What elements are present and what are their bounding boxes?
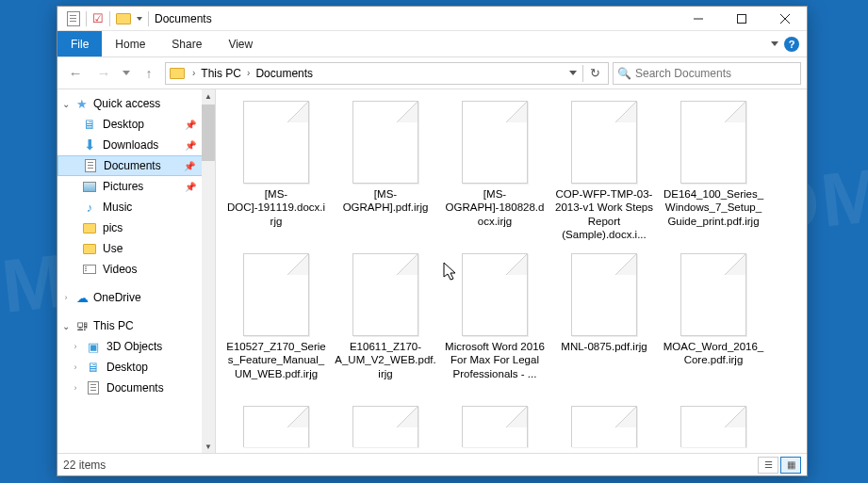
sidebar-item-label: pics bbox=[103, 221, 123, 234]
qat-properties-icon[interactable] bbox=[67, 11, 80, 26]
file-thumbnail bbox=[680, 406, 746, 447]
up-button[interactable]: ↑ bbox=[137, 61, 161, 86]
file-thumbnail bbox=[462, 406, 528, 447]
star-icon: ★ bbox=[74, 96, 90, 111]
sidebar-item-desktop[interactable]: 🖥 Desktop 📌 bbox=[57, 114, 215, 135]
sidebar-this-pc[interactable]: ⌄ 🖳 This PC bbox=[57, 315, 215, 336]
file-name: [MS-OGRAPH]-180828.docx.irjg bbox=[444, 187, 546, 228]
forward-button[interactable]: → bbox=[91, 61, 116, 86]
file-name: [MS-DOC]-191119.docx.irjg bbox=[225, 187, 327, 228]
folder-icon bbox=[82, 241, 97, 256]
file-item[interactable]: Microsoft Word 2016 For Max For Legal Pr… bbox=[442, 248, 548, 398]
sidebar-onedrive[interactable]: › ☁ OneDrive bbox=[57, 287, 215, 308]
sidebar-item-downloads[interactable]: ⬇ Downloads 📌 bbox=[57, 135, 215, 155]
scrollbar-thumb[interactable] bbox=[202, 105, 215, 161]
back-button[interactable]: ← bbox=[63, 61, 88, 86]
ribbon-collapse-icon[interactable] bbox=[771, 41, 778, 46]
pin-icon: 📌 bbox=[185, 182, 196, 192]
minimize-button[interactable] bbox=[677, 7, 720, 31]
status-bar: 22 items ☰ ▦ bbox=[57, 453, 807, 475]
file-item[interactable] bbox=[661, 400, 766, 447]
file-thumbnail bbox=[352, 406, 418, 447]
window-title: Documents bbox=[155, 12, 212, 25]
file-item[interactable] bbox=[551, 400, 657, 447]
file-name: [MS-OGRAPH].pdf.irjg bbox=[335, 187, 436, 215]
file-thumbnail bbox=[680, 101, 746, 184]
qat-separator bbox=[86, 11, 87, 26]
item-count: 22 items bbox=[63, 459, 106, 472]
file-item[interactable]: MOAC_Word_2016_Core.pdf.irjg bbox=[661, 248, 766, 398]
sidebar-item-label: Downloads bbox=[103, 138, 158, 152]
sidebar-label: OneDrive bbox=[93, 291, 141, 304]
desktop-icon: 🖥 bbox=[86, 360, 101, 375]
file-name: MNL-0875.pdf.irjg bbox=[561, 340, 647, 353]
svg-rect-1 bbox=[738, 14, 746, 23]
close-button[interactable] bbox=[763, 7, 807, 31]
breadcrumb-chevron-icon[interactable]: › bbox=[243, 68, 254, 78]
file-item[interactable]: [MS-DOC]-191119.docx.irjg bbox=[223, 95, 329, 246]
sidebar-item-documents[interactable]: Documents 📌 bbox=[57, 155, 215, 176]
expand-chevron-icon[interactable]: › bbox=[71, 362, 80, 372]
expand-chevron-icon[interactable]: ⌄ bbox=[61, 321, 71, 331]
expand-chevron-icon[interactable]: › bbox=[71, 383, 80, 393]
sidebar-item-3dobjects[interactable]: › ▣ 3D Objects bbox=[57, 336, 215, 357]
content-area: ▲ ▼ ⌄ ★ Quick access 🖥 Desktop 📌 ⬇ Downl… bbox=[57, 89, 807, 453]
file-item[interactable]: MNL-0875.pdf.irjg bbox=[551, 248, 657, 398]
sidebar-item-pics[interactable]: pics bbox=[57, 217, 215, 238]
sidebar-item-use[interactable]: Use bbox=[57, 238, 215, 259]
breadcrumb-segment[interactable]: Documents bbox=[254, 67, 315, 80]
sidebar-item-pc-documents[interactable]: › Documents bbox=[57, 378, 215, 398]
sidebar-item-pictures[interactable]: Pictures 📌 bbox=[57, 176, 215, 197]
files-grid[interactable]: [MS-DOC]-191119.docx.irjg[MS-OGRAPH].pdf… bbox=[216, 89, 807, 453]
qat-separator bbox=[148, 11, 149, 26]
file-item[interactable]: DE164_100_Series_Windows_7_Setup_Guide_p… bbox=[661, 95, 766, 246]
file-item[interactable] bbox=[333, 400, 438, 447]
qat-dropdown-icon[interactable] bbox=[137, 17, 142, 21]
details-view-button[interactable]: ☰ bbox=[758, 457, 778, 474]
sidebar-item-music[interactable]: ♪ Music bbox=[57, 197, 215, 217]
pc-icon: 🖳 bbox=[74, 318, 90, 333]
file-item[interactable]: [MS-OGRAPH].pdf.irjg bbox=[333, 95, 438, 246]
file-thumbnail bbox=[243, 101, 309, 184]
scroll-down-arrow[interactable]: ▼ bbox=[202, 440, 215, 453]
history-dropdown[interactable] bbox=[120, 61, 133, 86]
file-thumbnail bbox=[352, 253, 418, 336]
qat-separator bbox=[109, 11, 110, 26]
sidebar-quick-access[interactable]: ⌄ ★ Quick access bbox=[57, 93, 215, 114]
expand-chevron-icon[interactable]: › bbox=[71, 342, 80, 351]
file-item[interactable]: E10527_Z170_Series_Feature_Manual_UM_WEB… bbox=[223, 248, 329, 398]
file-name: COP-WFP-TMP-03-2013-v1 Work Steps Report… bbox=[553, 187, 655, 242]
help-icon[interactable]: ? bbox=[784, 37, 799, 52]
search-box[interactable]: 🔍 bbox=[613, 62, 801, 85]
sidebar-item-pc-desktop[interactable]: › 🖥 Desktop bbox=[57, 357, 215, 378]
search-icon: 🔍 bbox=[617, 67, 631, 80]
file-thumbnail bbox=[462, 253, 528, 336]
file-item[interactable]: COP-WFP-TMP-03-2013-v1 Work Steps Report… bbox=[551, 95, 657, 246]
ribbon: File Home Share View ? bbox=[57, 31, 807, 57]
documents-icon bbox=[83, 158, 98, 173]
sidebar-item-label: Pictures bbox=[103, 180, 143, 193]
file-name: DE164_100_Series_Windows_7_Setup_Guide_p… bbox=[663, 187, 764, 228]
sidebar-item-label: Music bbox=[103, 201, 132, 214]
qat-new-icon[interactable]: ☑ bbox=[92, 11, 104, 25]
breadcrumb-chevron-icon[interactable]: › bbox=[188, 68, 199, 78]
breadcrumb-segment[interactable]: This PC bbox=[199, 67, 243, 80]
icons-view-button[interactable]: ▦ bbox=[780, 457, 801, 474]
file-item[interactable] bbox=[442, 400, 548, 447]
ribbon-home-tab[interactable]: Home bbox=[102, 31, 158, 56]
address-bar[interactable]: › This PC › Documents ↻ bbox=[165, 62, 609, 85]
expand-chevron-icon[interactable]: › bbox=[61, 293, 71, 302]
scroll-up-arrow[interactable]: ▲ bbox=[202, 89, 215, 103]
ribbon-share-tab[interactable]: Share bbox=[158, 31, 215, 56]
file-item[interactable] bbox=[223, 400, 329, 447]
file-item[interactable]: [MS-OGRAPH]-180828.docx.irjg bbox=[442, 95, 548, 246]
refresh-button[interactable]: ↻ bbox=[585, 64, 604, 83]
maximize-button[interactable] bbox=[720, 7, 763, 31]
search-input[interactable] bbox=[635, 67, 796, 80]
address-dropdown-icon[interactable] bbox=[569, 71, 577, 75]
ribbon-view-tab[interactable]: View bbox=[215, 31, 266, 56]
sidebar-item-videos[interactable]: Videos bbox=[57, 259, 215, 280]
file-item[interactable]: E10611_Z170-A_UM_V2_WEB.pdf.irjg bbox=[333, 248, 438, 398]
expand-chevron-icon[interactable]: ⌄ bbox=[61, 99, 71, 109]
ribbon-file-tab[interactable]: File bbox=[57, 31, 102, 56]
